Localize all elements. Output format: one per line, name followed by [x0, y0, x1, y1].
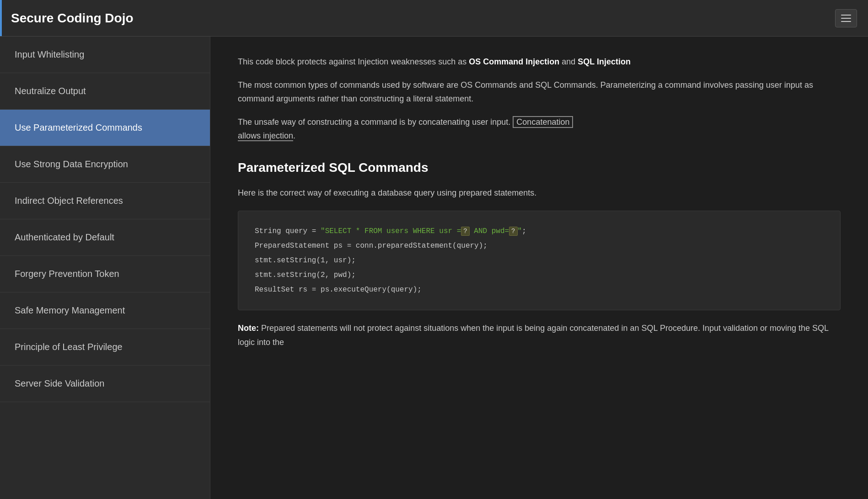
code-keyword-string: String query = [255, 227, 321, 235]
note-bold: Note: [238, 324, 259, 333]
code-string-3: " [518, 227, 522, 235]
highlight-text-line1: Concatenation [516, 117, 569, 127]
code-line-2: PreparedStatement ps = conn.preparedStat… [255, 239, 824, 253]
sidebar-item-neutralize-output[interactable]: Neutralize Output [0, 73, 210, 110]
navbar: Secure Coding Dojo [0, 0, 868, 37]
code-line-1: String query = "SELECT * FROM users WHER… [255, 224, 824, 239]
sidebar-item-use-strong-data-encryption[interactable]: Use Strong Data Encryption [0, 146, 210, 183]
code-semicolon-1: ; [522, 227, 526, 235]
note-paragraph: Note: Prepared statements will not prote… [238, 321, 841, 349]
hamburger-line [841, 18, 851, 19]
para2: The unsafe way of constructing a command… [238, 115, 841, 143]
concatenation-highlight: Concatenation [513, 116, 573, 128]
sidebar-item-forgery-prevention-token[interactable]: Forgery Prevention Token [0, 256, 210, 292]
sidebar-item-principle-of-least-privilege[interactable]: Principle of Least Privilege [0, 329, 210, 366]
intro-paragraph: This code block protects against Injecti… [238, 55, 841, 69]
intro-bold2: SQL Injection [578, 57, 631, 66]
main-layout: Input WhitelistingNeutralize OutputUse P… [0, 37, 868, 499]
intro-bold1: OS Command Injection [469, 57, 559, 66]
menu-toggle-button[interactable] [835, 9, 857, 27]
sidebar-item-indirect-object-references[interactable]: Indirect Object References [0, 183, 210, 219]
code-line-5: ResultSet rs = ps.executeQuery(query); [255, 282, 824, 297]
hamburger-line [841, 15, 851, 16]
allows-injection-text: allows injection [238, 131, 293, 141]
para3: Here is the correct way of executing a d… [238, 186, 841, 200]
section-heading: Parameterized SQL Commands [238, 157, 841, 179]
para2-prefix: The unsafe way of constructing a command… [238, 117, 510, 127]
sidebar-item-safe-memory-management[interactable]: Safe Memory Management [0, 292, 210, 329]
code-line-3: stmt.setString(1, usr); [255, 253, 824, 268]
intro-and: and [559, 57, 578, 66]
sidebar-item-input-whitelisting[interactable]: Input Whitelisting [0, 37, 210, 73]
intro-text: This code block protects against Injecti… [238, 57, 469, 66]
code-block: String query = "SELECT * FROM users WHER… [238, 211, 841, 310]
sidebar-item-authenticated-by-default[interactable]: Authenticated by Default [0, 219, 210, 256]
code-string-1: "SELECT * FROM users WHERE usr = [321, 227, 461, 235]
code-line-4: stmt.setString(2, pwd); [255, 268, 824, 282]
code-token-2: ? [509, 227, 517, 236]
sidebar: Input WhitelistingNeutralize OutputUse P… [0, 37, 210, 499]
code-string-2: AND pwd= [470, 227, 509, 235]
para2-suffix: . [293, 131, 295, 140]
sidebar-item-use-parameterized-commands[interactable]: Use Parameterized Commands [0, 110, 210, 146]
sidebar-item-server-side-validation[interactable]: Server Side Validation [0, 366, 210, 402]
content-area: This code block protects against Injecti… [210, 37, 868, 499]
code-token-1: ? [461, 227, 469, 236]
hamburger-line [841, 21, 851, 22]
para1: The most common types of commands used b… [238, 78, 841, 106]
app-title: Secure Coding Dojo [11, 11, 134, 26]
note-text: Prepared statements will not protect aga… [238, 324, 828, 347]
